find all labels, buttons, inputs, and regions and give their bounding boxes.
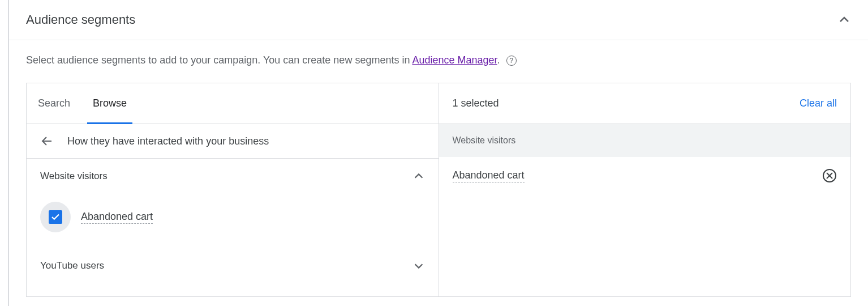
selected-item-row: Abandoned cart xyxy=(439,157,851,194)
selected-panel: 1 selected Clear all Website visitors Ab… xyxy=(439,83,851,296)
selected-group-header: Website visitors xyxy=(439,124,851,157)
category-website-visitors[interactable]: Website visitors xyxy=(27,159,439,194)
selected-item-label: Abandoned cart xyxy=(453,169,525,182)
category-label: Website visitors xyxy=(40,171,108,182)
checkbox-checked[interactable] xyxy=(49,210,62,224)
tab-browse[interactable]: Browse xyxy=(93,83,127,124)
category-label: YouTube users xyxy=(40,260,104,271)
section-title: Audience segments xyxy=(26,12,135,27)
description-prefix: Select audience segments to add to your … xyxy=(26,54,412,66)
category-youtube-users[interactable]: YouTube users xyxy=(27,248,439,283)
tabs: Search Browse xyxy=(27,83,439,124)
description-suffix: . xyxy=(497,54,500,66)
breadcrumb: How they have interacted with your busin… xyxy=(27,124,439,159)
clear-all-button[interactable]: Clear all xyxy=(800,97,837,109)
collapse-icon[interactable] xyxy=(837,13,851,27)
tab-search[interactable]: Search xyxy=(38,83,70,124)
segments-panel: Search Browse How they have interacted w… xyxy=(26,83,851,297)
check-icon xyxy=(50,212,61,222)
browse-panel: Search Browse How they have interacted w… xyxy=(27,83,439,296)
remove-icon[interactable] xyxy=(822,168,837,183)
chevron-up-icon xyxy=(412,170,425,182)
chevron-down-icon xyxy=(412,260,425,272)
segment-label: Abandoned cart xyxy=(81,211,153,224)
checkbox-halo xyxy=(40,202,71,232)
section-header: Audience segments xyxy=(9,0,868,40)
breadcrumb-label: How they have interacted with your busin… xyxy=(67,135,269,147)
segment-item-abandoned-cart[interactable]: Abandoned cart xyxy=(27,194,439,248)
selected-count: 1 selected xyxy=(453,97,499,109)
audience-manager-link[interactable]: Audience Manager xyxy=(412,54,497,66)
back-arrow-icon[interactable] xyxy=(40,134,54,148)
selected-header: 1 selected Clear all xyxy=(439,83,851,124)
help-icon[interactable]: ? xyxy=(506,56,517,66)
description-text: Select audience segments to add to your … xyxy=(9,40,868,74)
